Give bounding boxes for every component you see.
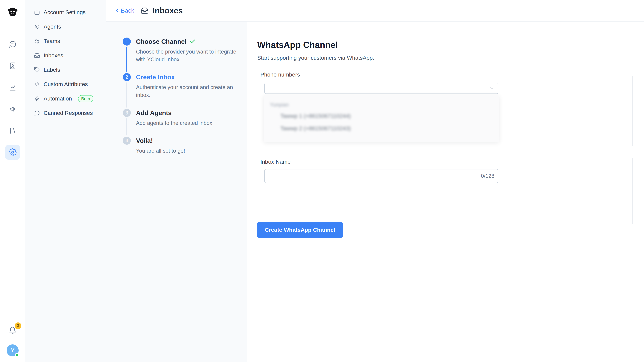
code-icon (34, 81, 40, 87)
team-icon (34, 38, 40, 44)
step-track: 1 (123, 37, 131, 73)
sidebar-item-label: Automation (44, 96, 72, 102)
rail-campaigns-button[interactable] (5, 102, 20, 117)
step-1-dot: 1 (123, 37, 131, 45)
inbox-name-input[interactable] (264, 169, 498, 183)
chevron-left-icon (114, 7, 120, 14)
step-1-title: Choose Channel (136, 37, 186, 45)
back-label: Back (121, 7, 134, 14)
online-status-dot (15, 353, 19, 357)
app-logo-icon[interactable] (7, 6, 18, 17)
main-area: Back Inboxes 1 Choose Channel (106, 0, 644, 362)
step-2-desc: Authenticate your account and create an … (136, 83, 240, 99)
dropdown-group-label: Yunpian (264, 100, 499, 110)
char-counter: 0/128 (481, 173, 494, 179)
sidebar-item-teams[interactable]: Teams (25, 34, 106, 48)
inboxes-title-icon (140, 6, 148, 14)
dropdown-option[interactable]: Tawwp 2 (+8615067110243) (264, 122, 499, 135)
sidebar-item-label: Inboxes (44, 52, 63, 59)
chart-icon (8, 83, 16, 92)
inbox-name-field-wrap: 0/128 (264, 169, 498, 183)
sidebar-item-inboxes[interactable]: Inboxes (25, 48, 106, 63)
rail-settings-button[interactable] (5, 145, 20, 160)
inbox-name-label: Inbox Name (260, 159, 644, 165)
back-link[interactable]: Back (114, 7, 134, 14)
create-whatsapp-channel-button[interactable]: Create WhatsApp Channel (257, 222, 343, 238)
step-choose-channel: 1 Choose Channel Choose the provider you… (123, 37, 240, 73)
sidebar-item-label: Labels (44, 67, 60, 73)
step-3-desc: Add agents to the created inbox. (136, 119, 214, 127)
sidebar-item-label: Agents (44, 23, 61, 30)
step-4-desc: You are all set to go! (136, 147, 185, 155)
step-add-agents: 3 Add Agents Add agents to the created i… (123, 109, 240, 137)
sidebar-item-automation[interactable]: Automation Beta (25, 92, 106, 106)
chevron-down-icon (489, 85, 494, 91)
phone-numbers-dropdown: Yunpian Tawwp 1 (+8615067110244) Tawwp 2… (264, 95, 499, 142)
notification-count-badge: 3 (14, 323, 22, 329)
sidebar-item-label: Canned Responses (44, 110, 93, 116)
sidebar-item-labels[interactable]: Labels (25, 63, 106, 77)
sidebar-item-account-settings[interactable]: Account Settings (25, 5, 106, 19)
step-2-dot: 2 (123, 73, 131, 81)
users-icon (34, 24, 40, 30)
sidebar-item-agents[interactable]: Agents (25, 19, 106, 34)
rail-contacts-button[interactable] (5, 58, 20, 73)
automation-icon (34, 96, 40, 102)
sidebar-item-canned-responses[interactable]: Canned Responses (25, 106, 106, 120)
step-voila: 4 Voila! You are all set to go! (123, 137, 240, 165)
form-title: WhatsApp Channel (257, 40, 644, 50)
title-group: Inboxes (140, 6, 183, 15)
form-subtitle: Start supporting your customers via What… (257, 55, 644, 61)
step-track: 4 (123, 137, 131, 165)
step-3-dot: 3 (123, 109, 131, 117)
rail-bottom: 3 Y (5, 323, 20, 357)
step-track: 2 (123, 73, 131, 109)
inbox-icon (34, 52, 40, 58)
rail-analytics-button[interactable] (5, 80, 20, 95)
check-icon (189, 38, 196, 45)
library-icon (8, 127, 16, 135)
contacts-icon (8, 62, 16, 70)
step-2-title: Create Inbox (136, 73, 240, 81)
step-create-inbox: 2 Create Inbox Authenticate your account… (123, 73, 240, 109)
tag-icon (34, 67, 40, 73)
page-header: Back Inboxes (106, 0, 644, 21)
step-track: 3 (123, 109, 131, 137)
briefcase-icon (34, 9, 40, 15)
avatar-initial: Y (11, 347, 14, 354)
sidebar-item-label: Custom Attributes (44, 81, 88, 87)
page-title: Inboxes (152, 6, 183, 15)
rail-chats-button[interactable] (5, 37, 20, 52)
sidebar-item-label: Account Settings (44, 9, 86, 15)
megaphone-icon (8, 105, 16, 113)
chat-bubble-icon (8, 40, 16, 48)
sidebar-item-custom-attributes[interactable]: Custom Attributes (25, 77, 106, 92)
dropdown-option[interactable]: Tawwp 1 (+8615067110244) (264, 110, 499, 122)
notifications-button[interactable]: 3 (5, 323, 20, 338)
step-4-dot: 4 (123, 137, 131, 145)
step-3-title: Add Agents (136, 109, 214, 117)
step-connector (126, 47, 127, 72)
phone-numbers-label: Phone numbers (260, 71, 644, 78)
divider (632, 76, 633, 146)
step-1-desc: Choose the provider you want to integrat… (136, 48, 240, 63)
step-4-title: Voila! (136, 137, 185, 145)
app-window: 3 Y Account Settings Agents Teams Inboxe… (0, 0, 644, 362)
whatsapp-channel-form: WhatsApp Channel Start supporting your c… (247, 21, 644, 362)
settings-sidebar: Account Settings Agents Teams Inboxes La… (25, 0, 106, 362)
rail-library-button[interactable] (5, 123, 20, 138)
stepper: 1 Choose Channel Choose the provider you… (106, 21, 247, 362)
step-connector (126, 82, 127, 108)
beta-badge: Beta (78, 95, 94, 102)
user-avatar[interactable]: Y (6, 345, 18, 357)
divider (632, 158, 633, 224)
phone-numbers-select[interactable] (264, 83, 498, 94)
sidebar-item-label: Teams (44, 38, 60, 44)
content: 1 Choose Channel Choose the provider you… (106, 21, 644, 362)
rail-nav (5, 37, 20, 160)
message-icon (34, 110, 40, 116)
icon-rail: 3 Y (0, 0, 25, 362)
gear-icon (8, 148, 16, 156)
step-connector (126, 118, 127, 136)
